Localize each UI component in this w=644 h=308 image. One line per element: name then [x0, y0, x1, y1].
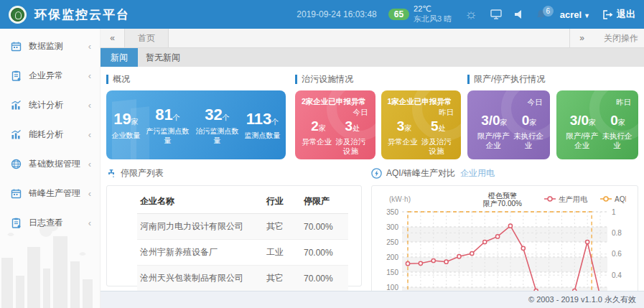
table-row: 河南同力电力设计有限公司其它70.00% — [137, 214, 348, 240]
overview-card: 19家 企业数量 81个 产污监测点数量 32个 治污监测点数量 113个 — [106, 90, 286, 159]
notification-count-badge: 6 — [543, 6, 554, 17]
sidebar-item-label: 日志查看 — [29, 217, 88, 229]
pollution-control-title: 治污设施情况 — [295, 75, 461, 84]
tab-home[interactable]: 首页 — [125, 29, 169, 47]
user-menu[interactable]: acrel▼ — [560, 9, 590, 20]
table-cell: 70.00% — [301, 266, 348, 291]
svg-text:生产用电: 生产用电 — [559, 195, 588, 203]
sidebar-item-label: 能耗分析 — [29, 129, 88, 141]
production-limit-section: 限产/停产执行情况 今日 3/0家 0家 限产/停产企业未执行企业 — [467, 75, 638, 159]
stat-enterprise-count: 19家 企业数量 — [112, 110, 141, 140]
limit-table: 企业名称 行业 停限产 河南同力电力设计有限公司其它70.00%沧州宇新养殖设备… — [137, 189, 348, 291]
svg-text:100: 100 — [386, 284, 398, 291]
svg-text:200: 200 — [386, 253, 398, 261]
stat-monitor-points: 113个 监测点数量 — [245, 110, 281, 140]
faucet-icon — [106, 169, 116, 179]
overview-section: 概况 19家 企业数量 81个 产污监测点数量 32个 — [106, 75, 286, 159]
clipboard-icon — [11, 70, 22, 81]
sidebar-item-label: 企业异常 — [29, 70, 88, 82]
limit-yesterday-card: 昨日 3/0家 0家 限产/停产企业未执行企业 — [556, 90, 639, 159]
tab-bar: « 首页 » 关闭操作 — [101, 29, 644, 48]
tabs-scroll-left-button[interactable]: « — [101, 29, 125, 47]
chevron-left-icon: ‹ — [88, 41, 91, 52]
calendar-icon — [11, 188, 22, 199]
stat-pollution-points: 81个 产污监测点数量 — [146, 106, 190, 145]
svg-text:AQI: AQI — [615, 195, 626, 203]
sidebar-item-0[interactable]: 数据监测‹ — [0, 32, 100, 61]
sidebar-item-5[interactable]: 错峰生产管理‹ — [0, 179, 100, 208]
aqi-chart-card: 35030025020015010010.80.60.40.2(kW·h)橙色预… — [371, 185, 638, 308]
bolt-circle-icon — [371, 168, 382, 179]
monitor-icon[interactable] — [490, 9, 502, 19]
calendar-icon — [11, 41, 22, 52]
dashboard-content: 概况 19家 企业数量 81个 产污监测点数量 32个 — [101, 67, 644, 308]
sidebar-item-1[interactable]: 企业异常‹ — [0, 61, 100, 90]
svg-text:300: 300 — [386, 223, 398, 231]
clipboard-icon — [11, 218, 22, 228]
sidebar-item-label: 基础数据管理 — [29, 158, 88, 170]
svg-text:350: 350 — [386, 208, 398, 216]
limit-list-section: 停限产列表 企业名称 行业 停限产 河南同力电力设计有限公司其它70.00%沧州… — [106, 167, 362, 308]
chevron-left-icon: ‹ — [88, 70, 91, 81]
sidebar: 数据监测‹企业异常‹统计分析‹能耗分析‹基础数据管理‹错峰生产管理‹日志查看‹ — [0, 29, 101, 308]
top-header: 环保监控云平台 2019-09-24 16:03:48 65 22℃ 东北风3 … — [0, 0, 644, 29]
col-enterprise-name: 企业名称 — [137, 189, 263, 214]
speaker-icon[interactable] — [515, 10, 523, 19]
table-cell: 其它 — [263, 214, 301, 240]
sidebar-item-2[interactable]: 统计分析‹ — [0, 90, 100, 120]
table-cell: 河南同力电力设计有限公司 — [137, 214, 263, 240]
table-cell: 沧州天兴包装制品有限公司 — [137, 266, 263, 291]
pollution-today-card: 2家企业已申报异常 今日 2家 3处 异常企业涉及治污设施 — [295, 90, 375, 159]
svg-text:限产70.00%: 限产70.00% — [483, 200, 522, 207]
pollution-yesterday-card: 1家企业已申报异常 昨日 3家 5处 异常企业涉及治污设施 — [381, 90, 462, 159]
chevron-left-icon: ‹ — [88, 218, 91, 228]
news-badge: 新闻 — [101, 48, 138, 67]
bar-chart-icon — [11, 100, 22, 111]
close-operations-button[interactable]: 关闭操作 — [594, 29, 644, 47]
limit-list-card: 企业名称 行业 停限产 河南同力电力设计有限公司其它70.00%沧州宇新养殖设备… — [106, 185, 362, 286]
table-row: 沧州天兴包装制品有限公司其它70.00% — [137, 266, 348, 291]
tabs-scroll-right-button[interactable]: » — [569, 29, 594, 47]
app-logo-icon — [9, 6, 27, 24]
footer: © 2003 - 2019 v1.1.0 永久有效 — [101, 291, 644, 308]
aqi-chart-section: AQI/错峰生产对比 企业用电 35030025020015010010.80.… — [371, 167, 638, 308]
datetime-text: 2019-09-24 16:03:48 — [297, 9, 376, 19]
chevron-left-icon: ‹ — [88, 159, 91, 169]
table-cell: 工业 — [263, 240, 301, 266]
sidebar-item-6[interactable]: 日志查看‹ — [0, 208, 100, 238]
table-row: 沧州宇新养殖设备厂工业70.00% — [137, 240, 348, 266]
app-title: 环保监控云平台 — [34, 6, 130, 23]
svg-text:0.4: 0.4 — [612, 271, 622, 279]
chevron-left-icon: ‹ — [88, 129, 91, 140]
sidebar-item-label: 统计分析 — [29, 99, 88, 111]
sidebar-item-4[interactable]: 基础数据管理‹ — [0, 149, 100, 179]
stat-treatment-points: 32个 治污监测点数量 — [195, 106, 240, 145]
notifications-bell-icon[interactable]: 6 — [536, 9, 546, 19]
main-area: « 首页 » 关闭操作 新闻 暂无新闻 概况 19家 企业数量 — [101, 29, 644, 308]
svg-text:150: 150 — [386, 269, 398, 276]
svg-text:0.6: 0.6 — [612, 250, 622, 258]
app-window: 环保监控云平台 2019-09-24 16:03:48 65 22℃ 东北风3 … — [0, 0, 644, 308]
chevron-left-icon: ‹ — [88, 188, 91, 199]
overview-title: 概况 — [106, 75, 286, 84]
chevron-down-icon: ▼ — [584, 12, 590, 19]
production-limit-title: 限产/停产执行情况 — [467, 75, 638, 84]
logout-button[interactable]: 退出 — [603, 8, 635, 21]
svg-text:1: 1 — [612, 208, 616, 216]
table-cell: 其它 — [263, 266, 301, 291]
svg-text:250: 250 — [386, 238, 398, 246]
news-bar: 新闻 暂无新闻 — [101, 48, 644, 67]
svg-text:橙色预警: 橙色预警 — [487, 192, 517, 200]
col-industry: 行业 — [263, 189, 301, 214]
aqi-badge: 65 — [388, 9, 409, 20]
weather-widget: 65 22℃ 东北风3 晴 — [388, 4, 452, 24]
svg-text:(kW·h): (kW·h) — [389, 195, 411, 203]
sidebar-item-3[interactable]: 能耗分析‹ — [0, 120, 100, 149]
aqi-chart-subtitle: 企业用电 — [460, 167, 495, 179]
sidebar-item-label: 数据监测 — [29, 40, 88, 52]
table-cell: 70.00% — [301, 240, 348, 266]
news-text: 暂无新闻 — [146, 48, 180, 67]
sun-weather-icon: ☼ — [465, 6, 477, 22]
limit-today-card: 今日 3/0家 0家 限产/停产企业未执行企业 — [467, 90, 550, 159]
wind-text: 东北风3 晴 — [414, 14, 452, 24]
